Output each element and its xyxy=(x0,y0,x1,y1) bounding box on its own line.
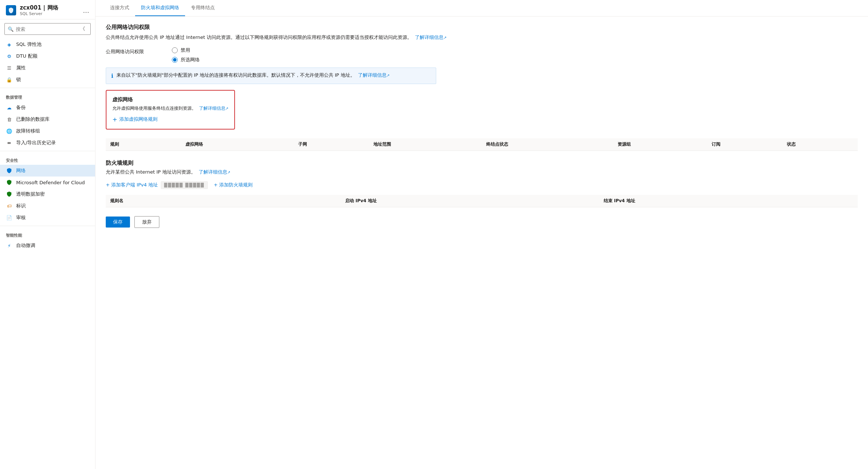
firewall-actions: + 添加客户端 IPv4 地址 █████ █████ + 添加防火墙规则 xyxy=(106,181,858,189)
save-button[interactable]: 保存 xyxy=(106,217,130,228)
sidebar-item-backup[interactable]: ☁ 备份 xyxy=(0,102,95,113)
lightning-icon: ⚡ xyxy=(6,242,12,249)
add-client-ip-button[interactable]: + 添加客户端 IPv4 地址 xyxy=(106,182,158,188)
bottom-actions: 保存 放弃 xyxy=(106,216,858,228)
sidebar-item-label: 导入/导出历史记录 xyxy=(16,139,56,146)
properties-icon: ☰ xyxy=(6,65,12,71)
radio-disable-label: 禁用 xyxy=(181,47,190,54)
firewall-title: 防火墙规则 xyxy=(106,160,858,167)
sidebar-item-audit[interactable]: 📄 审核 xyxy=(0,212,95,223)
tab-connectivity[interactable]: 连接方式 xyxy=(104,0,135,16)
main-content: 连接方式 防火墙和虚拟网络 专用终结点 公用网络访问权限 公共终结点允许使用公共… xyxy=(95,0,868,469)
sidebar-item-label: DTU 配额 xyxy=(16,53,37,59)
sidebar-item-lock[interactable]: 🔒 锁 xyxy=(0,74,95,86)
col-subnet: 子网 xyxy=(294,138,369,151)
col-resource-group: 资源组 xyxy=(613,138,707,151)
col-rule-name: 规则名 xyxy=(106,195,341,207)
import-icon: ⬌ xyxy=(6,139,12,146)
sidebar-item-failover[interactable]: 🌐 故障转移组 xyxy=(0,125,95,137)
search-box: 🔍 《 xyxy=(4,23,91,35)
firewall-table: 规则名 启动 IPv4 地址 结束 IPv4 地址 xyxy=(106,195,858,207)
add-firewall-rule-button[interactable]: + 添加防火墙规则 xyxy=(214,182,253,188)
radio-selected-networks[interactable]: 所选网络 xyxy=(172,57,200,63)
tab-firewall-vnet[interactable]: 防火墙和虚拟网络 xyxy=(135,0,185,16)
discard-button[interactable]: 放弃 xyxy=(134,216,159,228)
public-network-section: 公用网络访问权限 公共终结点允许使用公共 IP 地址通过 Internet 访问… xyxy=(106,24,858,84)
public-network-learn-more[interactable]: 了解详细信息↗ xyxy=(415,34,446,40)
firewall-desc: 允许某些公共 Internet IP 地址访问资源。 了解详细信息↗ xyxy=(106,169,858,175)
col-end-ipv4: 结束 IPv4 地址 xyxy=(599,195,858,207)
sidebar-item-deleted-db[interactable]: 🗑 已删除的数据库 xyxy=(0,113,95,125)
firewall-section: 防火墙规则 允许某些公共 Internet IP 地址访问资源。 了解详细信息↗… xyxy=(106,160,858,228)
radio-selected-networks-label: 所选网络 xyxy=(181,57,200,63)
vnet-learn-more[interactable]: 了解详细信息↗ xyxy=(199,106,228,111)
sidebar-item-properties[interactable]: ☰ 属性 xyxy=(0,62,95,74)
section-label-security: 安全性 xyxy=(0,153,95,165)
shield-lock-icon xyxy=(6,191,12,197)
info-box-public-network: ℹ 来自以下"防火墙规则"部分中配置的 IP 地址的连接将有权访问此数据库。默认… xyxy=(106,68,436,84)
col-subscription: 订阅 xyxy=(707,138,782,151)
sidebar-item-label: 透明数据加密 xyxy=(16,191,45,197)
client-ip-section: + 添加客户端 IPv4 地址 █████ █████ xyxy=(106,181,208,189)
search-icon: 🔍 xyxy=(8,26,14,32)
radio-group-public-access: 禁用 所选网络 xyxy=(172,47,200,63)
sidebar-item-label: 审核 xyxy=(16,214,26,221)
document-icon: 📄 xyxy=(6,214,12,221)
divider-1 xyxy=(0,88,95,88)
sidebar-item-defender[interactable]: Microsoft Defender for Cloud xyxy=(0,177,95,188)
search-input[interactable] xyxy=(16,26,76,32)
vnet-box-title: 虚拟网络 xyxy=(112,97,228,103)
sidebar-item-import-export[interactable]: ⬌ 导入/导出历史记录 xyxy=(0,137,95,149)
add-vnet-rule-button[interactable]: + 添加虚拟网络规则 xyxy=(112,116,228,123)
info-icon: ℹ xyxy=(111,72,113,80)
info-text: 来自以下"防火墙规则"部分中配置的 IP 地址的连接将有权访问此数据库。默认情况… xyxy=(116,72,390,79)
public-network-title: 公用网络访问权限 xyxy=(106,24,858,31)
defender-icon xyxy=(6,179,12,186)
bars-icon: ⚙ xyxy=(6,53,12,59)
vnet-box-desc: 允许虚拟网络使用服务终结点连接到资源。 了解详细信息↗ xyxy=(112,105,228,112)
radio-selected-networks-input[interactable] xyxy=(172,57,178,63)
sidebar-item-label: 锁 xyxy=(16,76,21,83)
sidebar-item-label: 网络 xyxy=(16,167,26,174)
tab-private-endpoint[interactable]: 专用终结点 xyxy=(185,0,221,16)
sidebar-item-network[interactable]: 网络 xyxy=(0,165,95,177)
sidebar-item-label: 已删除的数据库 xyxy=(16,116,50,123)
info-learn-more[interactable]: 了解详细信息↗ xyxy=(358,72,390,78)
public-network-form-label: 公用网络访问权限 xyxy=(106,47,164,55)
collapse-button[interactable]: 《 xyxy=(78,25,87,33)
sidebar-item-tags[interactable]: 🏷 标识 xyxy=(0,200,95,212)
sidebar-item-dtu-config[interactable]: ⚙ DTU 配额 xyxy=(0,50,95,62)
sidebar-nav: ◈ SQL 弹性池 ⚙ DTU 配额 ☰ 属性 🔒 锁 数据管理 ☁ 备份 🗑 … xyxy=(0,39,95,469)
sidebar-item-label: 自动微调 xyxy=(16,242,35,249)
diamond-icon: ◈ xyxy=(6,41,12,48)
sidebar-subtitle: SQL Server xyxy=(20,11,58,16)
trash-icon: 🗑 xyxy=(6,116,12,123)
divider-2 xyxy=(0,151,95,151)
tabs-bar: 连接方式 防火墙和虚拟网络 专用终结点 xyxy=(95,0,868,17)
col-endpoint-status: 终结点状态 xyxy=(482,138,613,151)
sidebar-item-auto-tune[interactable]: ⚡ 自动微调 xyxy=(0,240,95,251)
shield-check-icon xyxy=(6,167,12,174)
divider-3 xyxy=(0,226,95,226)
vnet-table-header: 规则 虚拟网络 子网 地址范围 终结点状态 资源组 订阅 状态 xyxy=(106,138,858,151)
section-label-data-management: 数据管理 xyxy=(0,90,95,102)
radio-disable-input[interactable] xyxy=(172,47,178,53)
col-address-range: 地址范围 xyxy=(369,138,482,151)
public-network-desc: 公共终结点允许使用公共 IP 地址通过 Internet 访问此资源。通过以下网… xyxy=(106,34,858,41)
col-vnet: 虚拟网络 xyxy=(181,138,294,151)
sidebar-item-label: 属性 xyxy=(16,65,26,71)
sidebar: zcx001 | 网络 SQL Server ... 🔍 《 ◈ SQL 弹性池… xyxy=(0,0,95,469)
sidebar-title: zcx001 | 网络 xyxy=(20,4,58,11)
add-vnet-rule-label: 添加虚拟网络规则 xyxy=(119,116,158,123)
ellipsis-button[interactable]: ... xyxy=(83,7,89,14)
firewall-learn-more[interactable]: 了解详细信息↗ xyxy=(199,169,230,175)
sidebar-item-sql-elastic-pool[interactable]: ◈ SQL 弹性池 xyxy=(0,39,95,50)
plus-icon: + xyxy=(112,116,117,123)
firewall-table-header: 规则名 启动 IPv4 地址 结束 IPv4 地址 xyxy=(106,195,858,207)
lock-icon: 🔒 xyxy=(6,76,12,83)
sidebar-item-transparent-encrypt[interactable]: 透明数据加密 xyxy=(0,188,95,200)
content-area: 公用网络访问权限 公共终结点允许使用公共 IP 地址通过 Internet 访问… xyxy=(95,17,868,235)
col-rule: 规则 xyxy=(106,138,181,151)
radio-disable[interactable]: 禁用 xyxy=(172,47,200,54)
globe-icon: 🌐 xyxy=(6,128,12,134)
